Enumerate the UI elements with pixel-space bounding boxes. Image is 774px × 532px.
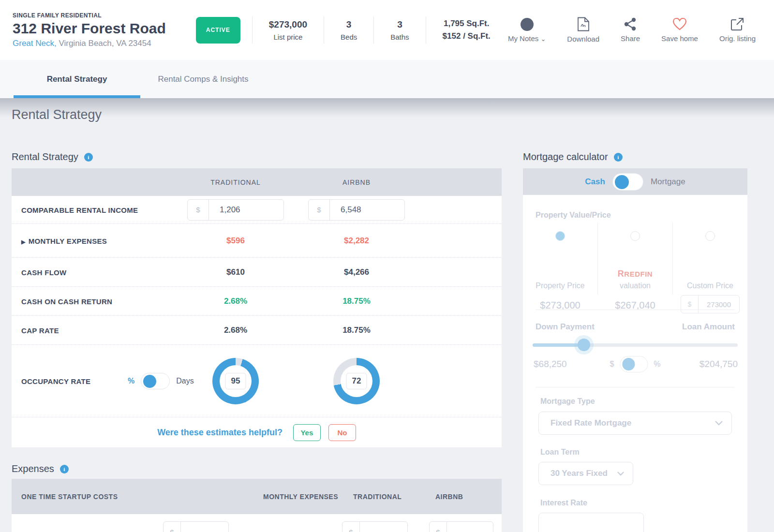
dollar-percent-toggle-group: $ % <box>610 356 660 372</box>
loan-term-value: 30 Years Fixed <box>539 469 608 478</box>
occupancy-unit-toggle[interactable] <box>141 373 170 389</box>
mortgage-type-value: Fixed Rate Mortgage <box>539 418 631 428</box>
expenses-table-header: ONE TIME STARTUP COSTS MONTHLY EXPENSES … <box>12 479 502 514</box>
mortgage-option[interactable]: Mortgage <box>651 177 685 187</box>
airbnb-income-input[interactable]: $ 6,548 <box>308 199 405 221</box>
mortgage-calculator-card: Cash Mortgage Property Value/Price Prope… <box>523 168 747 532</box>
feedback-row: Were these estimates helpful? Yes No <box>12 417 502 447</box>
expand-triangle-icon[interactable]: ▶ <box>21 238 26 244</box>
airbnb-expense-input[interactable]: $ <box>429 521 493 532</box>
property-type: SINGLE FAMILY RESIDENTIAL <box>13 12 166 19</box>
traditional-occupancy-value[interactable]: 95 <box>225 373 246 389</box>
gradient-band <box>0 98 774 118</box>
info-icon[interactable]: i <box>614 153 623 162</box>
custom-price-value: 273000 <box>699 296 739 313</box>
status-badge: ACTIVE <box>196 17 240 44</box>
list-price-label: List price <box>269 33 307 41</box>
slider-handle[interactable] <box>578 339 590 351</box>
percent-option[interactable]: % <box>128 377 134 385</box>
info-icon[interactable]: i <box>84 153 93 162</box>
airbnb-value: $4,266 <box>308 267 405 277</box>
feedback-question: Were these estimates helpful? <box>157 428 283 438</box>
input-value <box>447 522 493 532</box>
slider-fill <box>533 343 584 347</box>
beds-value: 3 <box>341 19 357 30</box>
currency-prefix: $ <box>681 296 699 313</box>
airbnb-value: 18.75% <box>308 325 405 335</box>
loan-term-dropdown[interactable]: 30 Years Fixed <box>538 462 633 485</box>
row-label: OCCUPANCY RATE <box>21 377 90 385</box>
table-row-occupancy-rate: OCCUPANCY RATE % Days 95 72 <box>12 344 502 417</box>
share-button[interactable]: Share <box>621 17 640 43</box>
info-icon[interactable]: i <box>60 465 69 473</box>
feedback-yes-button[interactable]: Yes <box>293 424 321 441</box>
rental-strategy-card: TRADITIONAL AIRBNB COMPARABLE RENTAL INC… <box>12 168 502 447</box>
column-monthly-expenses: MONTHLY EXPENSES <box>263 493 338 501</box>
cash-option[interactable]: Cash <box>585 177 605 187</box>
property-price-radio[interactable] <box>555 231 565 241</box>
header-actions: My Notes ⌄ Download Share Save home <box>508 17 774 43</box>
mortgage-type-dropdown[interactable]: Fixed Rate Mortgage <box>538 412 732 435</box>
option-custom-price: Custom Price $ 273000 <box>672 222 747 295</box>
stat-sqft: 1,795 Sq.Ft. $152 / Sq.Ft. <box>438 19 495 41</box>
download-button[interactable]: Download <box>567 17 599 43</box>
option-property-price: Property Price $273,000 <box>523 222 597 295</box>
my-notes-label: My Notes ⌄ <box>508 34 546 43</box>
down-payment-label: Down Payment <box>536 322 595 332</box>
list-price-value: $273,000 <box>269 19 307 30</box>
strategy-table-header: TRADITIONAL AIRBNB <box>12 168 502 196</box>
input-value <box>181 522 228 532</box>
sqft-value: 1,795 Sq.Ft. <box>443 19 491 29</box>
divider <box>324 16 324 44</box>
neighborhood-link[interactable]: Great Neck, <box>13 39 57 48</box>
down-payment-slider[interactable] <box>533 343 738 347</box>
property-header: SINGLE FAMILY RESIDENTIAL 312 River Fore… <box>0 0 774 60</box>
airbnb-occupancy-value[interactable]: 72 <box>346 373 367 389</box>
download-label: Download <box>567 35 599 43</box>
save-home-button[interactable]: Save home <box>661 17 698 43</box>
currency-prefix: $ <box>309 200 330 220</box>
share-icon <box>624 17 637 31</box>
interest-rate-input[interactable] <box>538 513 644 532</box>
column-traditional: TRADITIONAL <box>187 168 284 196</box>
custom-price-radio[interactable] <box>705 231 715 241</box>
redfin-valuation-radio[interactable] <box>630 231 640 241</box>
tab-rental-comps-insights[interactable]: Rental Comps & Insights <box>145 60 261 98</box>
custom-price-input[interactable]: $ 273000 <box>681 295 740 313</box>
startup-cost-input[interactable]: $ <box>163 521 229 532</box>
city-state-text: Virginia Beach, VA 23454 <box>59 39 151 48</box>
toggle-knob <box>143 375 156 388</box>
stat-beds: 3 Beds <box>336 19 362 41</box>
page-title: Rental Strategy <box>12 107 102 122</box>
days-option[interactable]: Days <box>176 377 194 385</box>
occupancy-unit-toggle-group: % Days <box>128 373 194 389</box>
beds-label: Beds <box>341 33 357 41</box>
stat-list-price: $273,000 List price <box>264 19 312 41</box>
cash-mortgage-toggle[interactable] <box>612 173 643 191</box>
row-label: ▶MONTHLY EXPENSES <box>21 236 107 245</box>
option-label: Custom Price <box>673 281 747 290</box>
loan-amount-value: $204,750 <box>700 359 738 369</box>
column-airbnb: AIRBNB <box>308 168 405 196</box>
table-row-monthly-expenses[interactable]: ▶MONTHLY EXPENSES $596 $2,282 <box>12 223 502 257</box>
dollar-percent-toggle[interactable] <box>620 356 648 372</box>
tab-rental-strategy[interactable]: Rental Strategy <box>14 60 140 98</box>
external-link-icon <box>730 17 744 31</box>
orig-listing-button[interactable]: Orig. listing <box>719 17 756 43</box>
dollar-option[interactable]: $ <box>610 360 614 369</box>
property-value-options: Property Price $273,000 RRedfin valuatio… <box>523 222 747 295</box>
traditional-value: $610 <box>187 267 284 277</box>
feedback-no-button[interactable]: No <box>328 424 356 441</box>
notes-dot-icon <box>521 18 534 31</box>
redfin-logo: RRedfin <box>598 269 672 279</box>
traditional-income-value: 1,206 <box>209 200 283 220</box>
option-label: Property Price <box>523 281 597 290</box>
traditional-income-input[interactable]: $ 1,206 <box>187 199 284 221</box>
my-notes-button[interactable]: My Notes ⌄ <box>508 18 546 43</box>
rental-strategy-title-text: Rental Strategy <box>12 151 78 163</box>
divider <box>426 16 426 44</box>
traditional-expense-input[interactable]: $ <box>342 521 408 532</box>
stat-baths: 3 Baths <box>386 19 414 41</box>
column-traditional: TRADITIONAL <box>353 493 402 501</box>
percent-option[interactable]: % <box>654 360 660 369</box>
